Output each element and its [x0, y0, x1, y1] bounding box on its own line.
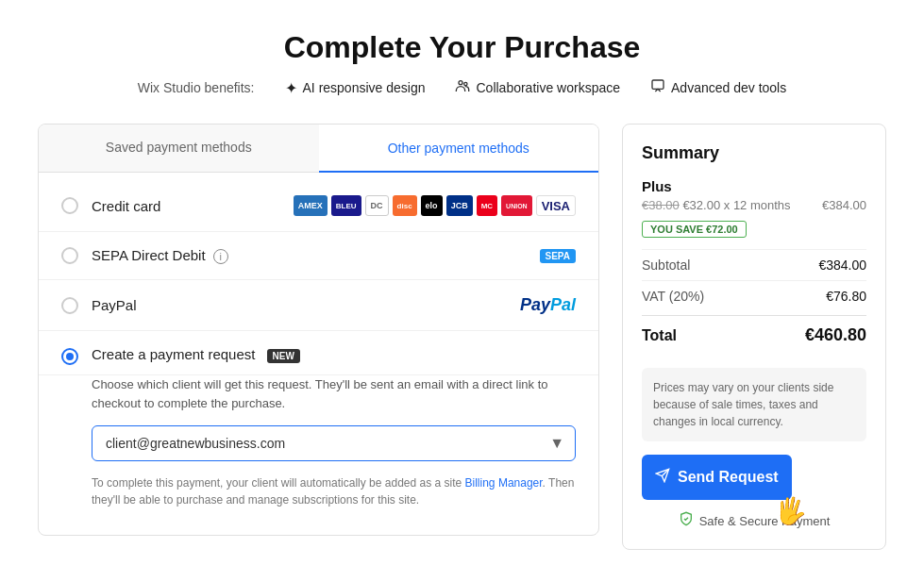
total-label: Total [642, 327, 677, 344]
main-content: Saved payment methods Other payment meth… [38, 124, 886, 550]
terms-text: To complete this payment, your client wi… [92, 474, 576, 508]
amex-icon: AMEX [294, 195, 328, 216]
radio-credit-card[interactable] [61, 197, 78, 214]
save-badge: YOU SAVE €72.00 [642, 221, 747, 238]
total-value: €460.80 [805, 325, 866, 345]
secure-payment: Safe & Secure Payment [642, 511, 866, 530]
summary-title: Summary [642, 143, 866, 163]
radio-payment-request[interactable] [61, 348, 78, 365]
info-icon-sepa[interactable]: i [213, 249, 228, 264]
payment-options: Credit card AMEX BLEU DC disc elo JCB MC… [39, 173, 598, 535]
subtotal-label: Subtotal [642, 258, 690, 273]
summary-panel: Summary Plus €38.00 €32.00 x 12 months €… [622, 124, 886, 550]
benefits-label: Wix Studio benefits: [138, 80, 255, 95]
new-price: €32.00 [682, 198, 720, 212]
benefit-collab: Collaborative workspace [455, 78, 620, 97]
send-button-container: Send Request 🖐 [642, 455, 792, 500]
benefit-dev-text: Advanced dev tools [671, 80, 786, 95]
sepa-badge: SEPA [540, 249, 577, 263]
paypal-label: PayPal [92, 297, 507, 313]
radio-sepa[interactable] [61, 247, 78, 264]
send-request-label: Send Request [678, 469, 779, 486]
price-notice: Prices may vary on your clients side bec… [642, 368, 866, 441]
visa-icon: VISA [536, 195, 576, 216]
plan-total: €384.00 [822, 198, 866, 212]
original-price: €38.00 [642, 198, 680, 212]
subtotal-row: Subtotal €384.00 [642, 249, 866, 280]
svg-point-0 [459, 81, 462, 85]
benefit-ai: ✦ AI responsive design [285, 79, 426, 97]
tabs: Saved payment methods Other payment meth… [39, 125, 598, 173]
total-row: Total €460.80 [642, 315, 866, 355]
secure-text: Safe & Secure Payment [699, 514, 831, 528]
page-title: Complete Your Purchase [38, 30, 886, 65]
ai-icon: ✦ [285, 79, 297, 97]
collab-icon [455, 78, 470, 97]
payment-option-credit-card[interactable]: Credit card AMEX BLEU DC disc elo JCB MC… [39, 180, 598, 232]
email-dropdown-wrapper: client@greatnewbusiness.com ▼ [92, 425, 576, 461]
period: x 12 months [724, 198, 791, 212]
svg-rect-2 [652, 80, 664, 89]
bleu-icon: BLEU [331, 195, 361, 216]
tab-saved[interactable]: Saved payment methods [39, 125, 319, 172]
summary-plan: Plus [642, 178, 866, 194]
paypal-badge: PayPal [520, 295, 576, 315]
benefits-bar: Wix Studio benefits: ✦ AI responsive des… [38, 78, 886, 97]
elo-icon: elo [421, 195, 443, 216]
diners-icon: DC [365, 195, 389, 216]
page-wrapper: Complete Your Purchase Wix Studio benefi… [0, 0, 924, 565]
jcb-icon: JCB [446, 195, 473, 216]
new-badge: NEW [267, 349, 300, 363]
benefit-ai-text: AI responsive design [303, 80, 426, 95]
billing-manager-link[interactable]: Billing Manager [465, 476, 543, 490]
benefit-dev: Advanced dev tools [650, 78, 786, 97]
send-icon [655, 468, 670, 487]
payment-request-description: Choose which client will get this reques… [92, 375, 576, 412]
credit-card-label: Credit card [92, 198, 280, 214]
send-request-button[interactable]: Send Request [642, 455, 792, 500]
vat-row: VAT (20%) €76.80 [642, 280, 866, 311]
payment-panel: Saved payment methods Other payment meth… [38, 124, 599, 536]
vat-value: €76.80 [826, 289, 866, 304]
payment-option-sepa[interactable]: SEPA Direct Debit i SEPA [39, 232, 598, 280]
paypal-icons: PayPal [520, 295, 576, 315]
payment-request-detail: Choose which client will get this reques… [39, 375, 598, 527]
radio-paypal[interactable] [61, 297, 78, 314]
unionpay-icon: UNION [501, 195, 532, 216]
summary-pricing: €38.00 €32.00 x 12 months €384.00 [642, 198, 866, 212]
payment-option-request[interactable]: Create a payment request NEW [39, 331, 598, 375]
sepa-icons: SEPA [540, 249, 577, 263]
benefit-collab-text: Collaborative workspace [476, 80, 620, 95]
svg-point-1 [464, 82, 467, 85]
shield-icon [679, 511, 694, 530]
payment-request-label: Create a payment request NEW [92, 346, 576, 362]
card-icons: AMEX BLEU DC disc elo JCB MC UNION VISA [294, 195, 576, 216]
sepa-label: SEPA Direct Debit i [92, 247, 527, 264]
dev-icon [650, 78, 665, 97]
vat-label: VAT (20%) [642, 289, 704, 304]
mastercard-icon: MC [477, 195, 497, 216]
email-dropdown[interactable]: client@greatnewbusiness.com [92, 425, 576, 461]
subtotal-value: €384.00 [818, 258, 866, 273]
payment-option-paypal[interactable]: PayPal PayPal [39, 280, 598, 331]
discover-icon: disc [393, 195, 417, 216]
tab-other[interactable]: Other payment methods [319, 125, 599, 173]
